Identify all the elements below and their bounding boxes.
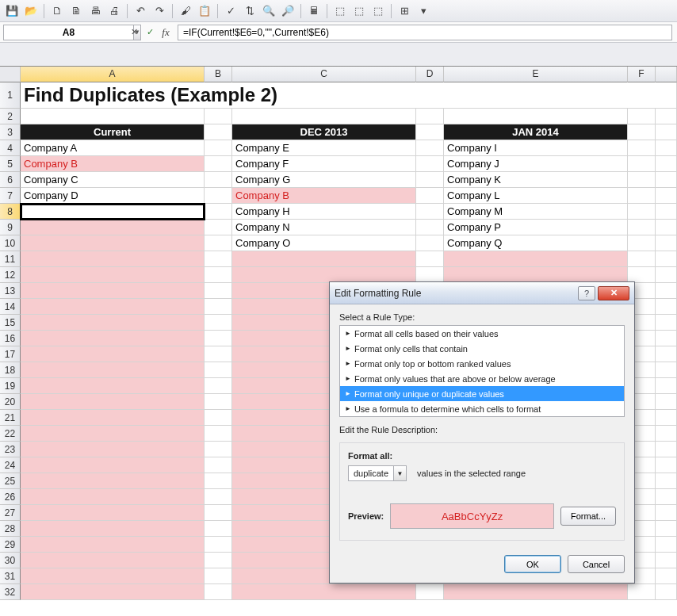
row-header[interactable]: 5 <box>0 156 21 172</box>
cell[interactable]: Company B <box>21 156 205 172</box>
cell[interactable] <box>21 489 205 505</box>
cell[interactable] <box>21 521 205 537</box>
cell[interactable] <box>21 346 205 362</box>
row-header[interactable]: 3 <box>0 124 21 140</box>
cell[interactable] <box>21 299 205 315</box>
cell[interactable] <box>628 251 656 267</box>
cell[interactable] <box>21 584 205 600</box>
sort-icon[interactable]: ⇅ <box>241 2 258 20</box>
rule-type-list[interactable]: ►Format all cells based on their values►… <box>339 325 625 417</box>
cell[interactable] <box>21 109 205 124</box>
duplicate-select[interactable]: duplicate ▼ <box>348 465 407 481</box>
cell[interactable]: Company P <box>444 220 628 235</box>
cell[interactable] <box>205 426 232 442</box>
zoom-icon[interactable]: 🔎 <box>279 2 296 20</box>
name-box-input[interactable] <box>3 25 134 40</box>
cell[interactable] <box>656 124 677 140</box>
cell[interactable] <box>205 172 232 188</box>
row-header[interactable]: 32 <box>0 584 21 600</box>
cell[interactable] <box>205 553 232 568</box>
cell[interactable] <box>416 140 444 156</box>
cell[interactable] <box>656 442 677 457</box>
row-header[interactable]: 12 <box>0 267 21 283</box>
row-header[interactable]: 26 <box>0 489 21 505</box>
cell[interactable] <box>628 220 656 235</box>
print-icon[interactable]: 🖶 <box>86 2 104 20</box>
row-header[interactable]: 25 <box>0 473 21 489</box>
row-header[interactable]: 28 <box>0 521 21 537</box>
row-header[interactable]: 8 <box>0 204 21 220</box>
column-header[interactable]: A <box>21 67 205 82</box>
cell[interactable]: Company F <box>232 156 416 172</box>
cell[interactable]: Company E <box>232 140 416 156</box>
column-header[interactable]: B <box>205 67 232 82</box>
cell[interactable] <box>21 537 205 553</box>
cell[interactable] <box>444 251 628 267</box>
cell[interactable] <box>21 315 205 331</box>
row-header[interactable]: 14 <box>0 299 21 315</box>
help-button[interactable]: ? <box>578 286 595 300</box>
cell[interactable] <box>205 235 232 251</box>
row-header[interactable]: 19 <box>0 378 21 394</box>
column-header[interactable]: F <box>628 67 656 82</box>
cell[interactable] <box>232 251 416 267</box>
cell[interactable] <box>416 109 444 124</box>
paste-icon[interactable]: 📋 <box>196 2 213 20</box>
cell[interactable] <box>656 473 677 489</box>
column-title[interactable]: Current <box>21 124 205 140</box>
save-icon[interactable]: 💾 <box>3 2 21 20</box>
cell[interactable] <box>656 204 677 220</box>
rule-type-item[interactable]: ►Format only top or bottom ranked values <box>340 356 624 371</box>
cell[interactable] <box>656 346 677 362</box>
cell[interactable] <box>628 584 656 600</box>
row-header[interactable]: 30 <box>0 553 21 568</box>
cell[interactable] <box>656 489 677 505</box>
cell[interactable] <box>444 109 628 124</box>
row-header[interactable]: 21 <box>0 410 21 426</box>
row-header[interactable]: 24 <box>0 457 21 473</box>
cell[interactable] <box>416 124 444 140</box>
cell[interactable] <box>21 394 205 410</box>
cell[interactable]: Company G <box>232 172 416 188</box>
cell[interactable] <box>416 204 444 220</box>
cell[interactable]: Company L <box>444 188 628 204</box>
quick-print-icon[interactable]: 🖨 <box>105 2 123 20</box>
row-header[interactable]: 11 <box>0 251 21 267</box>
undo-icon[interactable]: ↶ <box>132 2 149 20</box>
cell[interactable]: Company C <box>21 172 205 188</box>
cell[interactable] <box>628 267 656 283</box>
cell[interactable] <box>656 188 677 204</box>
row-header[interactable]: 20 <box>0 394 21 410</box>
filter-icon[interactable]: 🔍 <box>260 2 277 20</box>
cell[interactable] <box>416 188 444 204</box>
cell[interactable] <box>416 172 444 188</box>
cell[interactable] <box>656 267 677 283</box>
cell[interactable] <box>656 378 677 394</box>
cell[interactable] <box>21 220 205 235</box>
cell[interactable] <box>656 362 677 378</box>
cell[interactable] <box>21 457 205 473</box>
cell[interactable] <box>656 568 677 584</box>
print-preview-icon[interactable]: 🗎 <box>67 2 85 20</box>
cancel-formula-icon[interactable]: ✕ <box>127 25 141 40</box>
chevron-down-icon[interactable]: ▼ <box>394 465 407 481</box>
cell[interactable] <box>21 410 205 426</box>
cell[interactable] <box>232 584 416 600</box>
row-header[interactable]: 6 <box>0 172 21 188</box>
cell[interactable] <box>444 267 628 283</box>
redo-icon[interactable]: ↷ <box>151 2 168 20</box>
trace-dependents-icon[interactable]: ⬚ <box>350 2 368 20</box>
cell[interactable] <box>21 378 205 394</box>
row-header[interactable]: 9 <box>0 220 21 235</box>
cell[interactable] <box>205 378 232 394</box>
cell[interactable] <box>205 410 232 426</box>
cell[interactable] <box>656 537 677 553</box>
cell[interactable] <box>232 109 416 124</box>
cell[interactable] <box>656 109 677 124</box>
close-button[interactable]: ✕ <box>598 286 629 300</box>
cell[interactable] <box>205 315 232 331</box>
cell[interactable] <box>205 584 232 600</box>
row-header[interactable]: 31 <box>0 568 21 584</box>
cell[interactable] <box>21 473 205 489</box>
cell[interactable] <box>416 220 444 235</box>
